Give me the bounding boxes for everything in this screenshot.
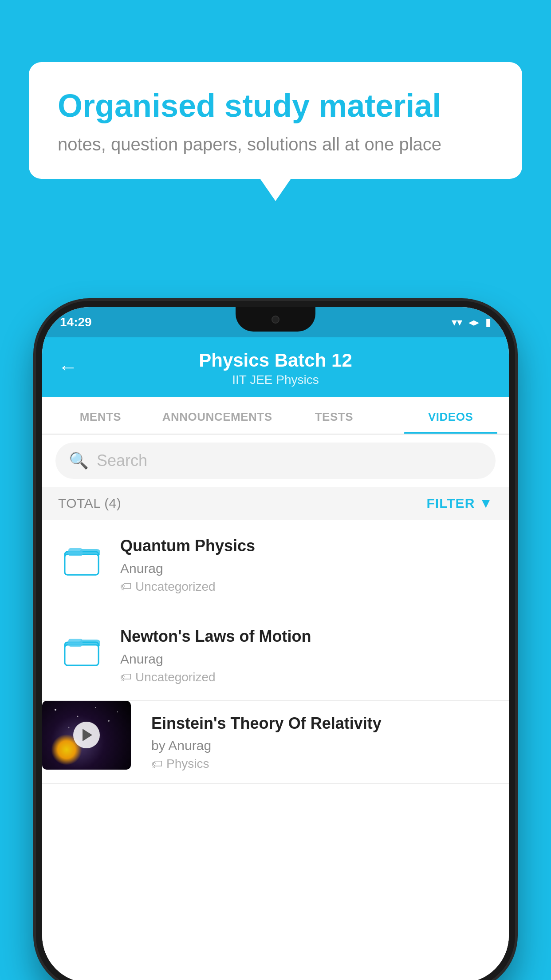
svg-rect-2 [68,548,83,556]
tab-announcements[interactable]: ANNOUNCEMENTS [159,397,276,434]
svg-rect-4 [65,645,98,665]
item-thumbnail-area [58,536,107,578]
folder-icon [63,539,102,578]
tab-tests[interactable]: TESTS [276,397,392,434]
item-info: Quantum Physics Anurag 🏷 Uncategorized [120,536,493,594]
battery-icon: ▮ [485,316,491,328]
filter-button[interactable]: FILTER ▼ [427,496,493,511]
header-title: Physics Batch 12 [60,350,491,371]
status-bar: 14:29 ▾▾ ◂▸ ▮ [42,307,509,337]
bubble-title: Organised study material [58,87,493,125]
svg-rect-5 [68,639,83,647]
tag-icon: 🏷 [151,757,163,771]
item-title: Quantum Physics [120,536,493,557]
item-info: Newton's Laws of Motion Anurag 🏷 Uncateg… [120,626,493,684]
search-container: 🔍 Search [42,435,509,487]
list-item[interactable]: Newton's Laws of Motion Anurag 🏷 Uncateg… [42,610,509,701]
svg-rect-1 [65,554,98,575]
item-info: Einstein's Theory Of Relativity by Anura… [144,701,493,784]
svg-point-9 [108,720,110,722]
app-screen: 14:29 ▾▾ ◂▸ ▮ ← Physics Batch 12 IIT JEE… [42,307,509,980]
search-bar[interactable]: 🔍 Search [55,443,496,479]
status-time: 14:29 [60,315,92,329]
svg-point-10 [68,727,70,728]
item-thumbnail-image [42,701,131,770]
speech-bubble-container: Organised study material notes, question… [29,62,522,179]
video-list: Quantum Physics Anurag 🏷 Uncategorized [42,520,509,980]
tab-videos[interactable]: VIDEOS [392,397,509,434]
play-button[interactable] [73,722,100,748]
signal-icon: ◂▸ [468,316,479,328]
search-icon: 🔍 [69,451,89,470]
list-item[interactable]: Einstein's Theory Of Relativity by Anura… [42,701,509,784]
bubble-subtitle: notes, question papers, solutions all at… [58,134,493,154]
search-placeholder: Search [97,451,147,470]
notch [236,307,315,332]
status-icons: ▾▾ ◂▸ ▮ [452,316,491,328]
wifi-icon: ▾▾ [452,316,462,328]
tag-icon: 🏷 [120,670,132,684]
svg-point-7 [77,715,79,717]
phone-frame: 14:29 ▾▾ ◂▸ ▮ ← Physics Batch 12 IIT JEE… [36,301,515,980]
tag-icon: 🏷 [120,580,132,593]
tabs-bar: MENTS ANNOUNCEMENTS TESTS VIDEOS [42,397,509,435]
item-title: Einstein's Theory Of Relativity [151,713,480,734]
filter-funnel-icon: ▼ [479,496,493,511]
speech-bubble: Organised study material notes, question… [29,62,522,179]
svg-point-11 [117,711,118,712]
total-count: TOTAL (4) [58,496,121,511]
item-tag: 🏷 Uncategorized [120,580,493,594]
item-author: Anurag [120,652,493,667]
item-title: Newton's Laws of Motion [120,626,493,647]
svg-point-8 [95,707,96,708]
tab-ments[interactable]: MENTS [42,397,159,434]
item-author: by Anurag [151,738,480,753]
item-thumbnail-area [58,626,107,669]
app-header: ← Physics Batch 12 IIT JEE Physics [42,337,509,397]
folder-icon [63,630,102,669]
header-subtitle: IIT JEE Physics [60,373,491,387]
item-author: Anurag [120,561,493,576]
filter-bar: TOTAL (4) FILTER ▼ [42,487,509,520]
camera-dot [272,316,279,324]
back-button[interactable]: ← [58,356,78,378]
play-triangle-icon [83,729,92,741]
list-item[interactable]: Quantum Physics Anurag 🏷 Uncategorized [42,520,509,610]
item-tag: 🏷 Physics [151,757,480,771]
item-tag: 🏷 Uncategorized [120,670,493,684]
svg-point-6 [55,709,56,711]
